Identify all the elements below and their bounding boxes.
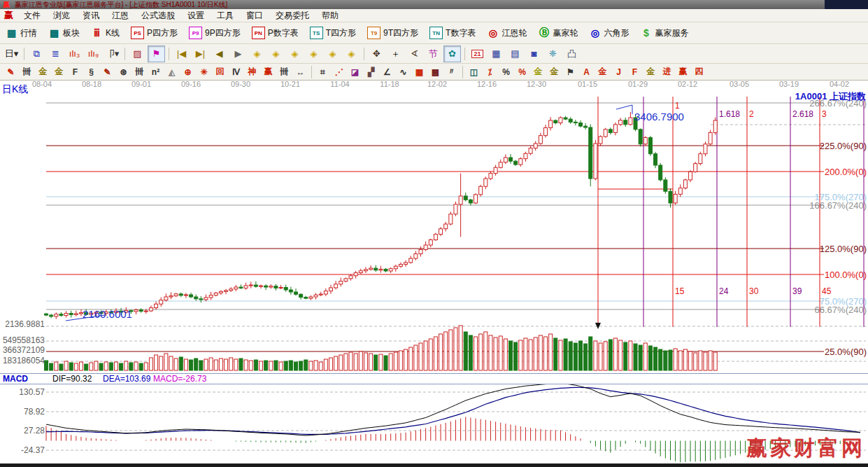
feature-button-gann-wheel[interactable]: ◎江恩轮: [481, 27, 532, 39]
gann-nav-1-icon[interactable]: ◈: [248, 46, 266, 62]
menu-item-trade-order[interactable]: 交易委托: [269, 10, 315, 22]
jin-angle-icon[interactable]: 进: [660, 65, 674, 78]
quadrant-icon[interactable]: ▞: [364, 65, 378, 78]
pan-icon[interactable]: ✥: [368, 46, 385, 62]
zigzag-icon[interactable]: ∿: [396, 65, 411, 78]
square-spiral-icon[interactable]: 回: [213, 65, 227, 78]
spiral-icon[interactable]: §: [84, 65, 99, 78]
grid-icon[interactable]: ▦: [412, 65, 427, 78]
gann-nav-2-icon[interactable]: ◈: [267, 46, 285, 62]
candle-body: [569, 119, 572, 122]
menu-item-file[interactable]: 文件: [17, 10, 47, 22]
percent-fan-icon[interactable]: ⁒: [483, 65, 497, 78]
menu-item-help[interactable]: 帮助: [315, 10, 345, 22]
last-page-icon[interactable]: ▶|: [192, 46, 209, 62]
menu-item-formula-stock-pick[interactable]: 公式选股: [135, 10, 181, 22]
time-ruler-icon[interactable]: 卌: [132, 65, 147, 78]
feature-button-t-number-table[interactable]: TNT数字表: [424, 27, 481, 39]
wave-icon[interactable]: A: [579, 65, 594, 78]
macd-separator-bar[interactable]: MACD DIF=90.32 DEA=103.69 MACD=-26.73: [0, 373, 868, 384]
volume-bar: [79, 362, 83, 370]
hatch-icon[interactable]: 〃: [444, 65, 459, 78]
print-icon[interactable]: 凸: [563, 46, 581, 62]
nsquare-icon[interactable]: n²: [148, 65, 163, 78]
gann-fan-icon[interactable]: ⋰: [332, 65, 346, 78]
iv-marker-icon[interactable]: Ⅳ: [229, 65, 243, 78]
first-page-icon[interactable]: |◀: [173, 46, 190, 62]
brush-icon[interactable]: ✎: [3, 65, 18, 78]
stats-panel-icon[interactable]: ◫: [467, 65, 481, 78]
dif-line: [46, 383, 860, 435]
feature-button-t-square[interactable]: TST四方形: [304, 27, 362, 39]
web-icon[interactable]: ❈: [544, 46, 562, 62]
gann-nav-6-icon[interactable]: ◈: [343, 46, 360, 62]
gann-circle-icon[interactable]: ⊕: [180, 65, 195, 78]
menu-item-tools[interactable]: 工具: [211, 10, 240, 22]
gold-circle-icon[interactable]: 金: [531, 65, 546, 78]
frame-icon[interactable]: ⌗: [315, 65, 330, 78]
star-circle-icon[interactable]: ✳: [197, 65, 211, 78]
ma9-icon[interactable]: ılı₉: [85, 46, 102, 62]
gold-lines-icon[interactable]: 金: [547, 65, 562, 78]
info-panel-icon[interactable]: ≣: [47, 46, 64, 62]
gann-nav-4-icon[interactable]: ◈: [305, 46, 322, 62]
menu-item-window[interactable]: 窗口: [240, 10, 269, 22]
gann-ruler-icon[interactable]: 卌: [20, 65, 34, 78]
angle-measure-icon[interactable]: ∢: [406, 46, 423, 62]
next-icon[interactable]: ▶: [229, 46, 247, 62]
calculator-icon[interactable]: ▦: [488, 46, 505, 62]
si-angle-icon[interactable]: 四: [692, 65, 706, 78]
gold-ruler-icon[interactable]: 金: [36, 65, 50, 78]
protractor-icon[interactable]: ◭: [164, 65, 179, 78]
feature-button-9t-square[interactable]: T99T四方形: [362, 27, 424, 39]
menu-item-gann[interactable]: 江恩: [106, 10, 135, 22]
grid-box-icon[interactable]: ▩: [428, 65, 443, 78]
gold-angle-icon[interactable]: 金: [643, 65, 658, 78]
feature-button-9p-square[interactable]: P99P四方形: [183, 27, 246, 39]
menu-item-settings[interactable]: 设置: [181, 10, 211, 22]
smart-analysis-icon[interactable]: ✿: [443, 46, 461, 62]
menu-item-browse[interactable]: 浏览: [47, 10, 76, 22]
feature-button-p-number-table[interactable]: PNP数字表: [246, 27, 304, 39]
ma3-icon[interactable]: ılı₃: [66, 46, 83, 62]
circle-grid-icon[interactable]: ⊛: [116, 65, 131, 78]
gann-nav-5-icon[interactable]: ◈: [324, 46, 341, 62]
tile-windows-icon[interactable]: ⧉: [28, 46, 45, 62]
feature-button-winner-wheel[interactable]: Ⓑ赢家轮: [532, 27, 583, 39]
feature-button-kline[interactable]: ⅲK线: [85, 27, 125, 39]
numbered-ruler-icon[interactable]: 卌: [277, 65, 292, 78]
percent-lines-icon[interactable]: %: [515, 65, 529, 78]
pattern-icon[interactable]: ▨: [129, 46, 146, 62]
flag-pen-icon[interactable]: ⚑: [563, 65, 578, 78]
feature-button-market-quotes[interactable]: ▦行情: [0, 27, 43, 39]
feature-button-winner-service[interactable]: $赢家服务: [634, 27, 694, 39]
f-angle-icon[interactable]: F: [627, 65, 642, 78]
fib-ruler-icon[interactable]: F: [68, 65, 83, 78]
crosshair-icon[interactable]: ＋: [387, 46, 404, 62]
flag-icon[interactable]: ⚑: [148, 46, 165, 62]
fan-box-icon[interactable]: ◪: [348, 65, 362, 78]
notes-icon[interactable]: ▤: [506, 46, 524, 62]
calendar-icon[interactable]: 21: [469, 46, 486, 62]
percent-icon[interactable]: %: [499, 65, 513, 78]
brush2-icon[interactable]: ✎: [100, 65, 115, 78]
width-measure-icon[interactable]: ↔: [293, 65, 308, 78]
menu-item-news[interactable]: 资讯: [76, 10, 106, 22]
gold-lines2-icon[interactable]: 金: [595, 65, 610, 78]
save-icon[interactable]: ◙: [525, 46, 543, 62]
mark-icon[interactable]: 节: [425, 46, 442, 62]
shen-ruler-icon[interactable]: 神: [245, 65, 259, 78]
gann-nav-3-icon[interactable]: ◈: [286, 46, 304, 62]
ying-angle-icon[interactable]: 赢: [676, 65, 690, 78]
trend-angles-icon[interactable]: ∠: [380, 65, 394, 78]
gold-ruler2-icon[interactable]: 金: [52, 65, 66, 78]
period-selector[interactable]: 日▾: [3, 46, 20, 62]
j-angle-icon[interactable]: J: [611, 65, 626, 78]
feature-button-p-square[interactable]: PSP四方形: [125, 27, 183, 39]
indicator-selector[interactable]: 卩▾: [104, 46, 121, 62]
candle-body: [159, 300, 163, 305]
feature-button-sectors[interactable]: ▩板块: [43, 27, 85, 39]
ying-ruler-icon[interactable]: 赢: [261, 65, 276, 78]
prev-icon[interactable]: ◀: [211, 46, 228, 62]
feature-button-hexagon[interactable]: ◎六角形: [583, 27, 634, 39]
